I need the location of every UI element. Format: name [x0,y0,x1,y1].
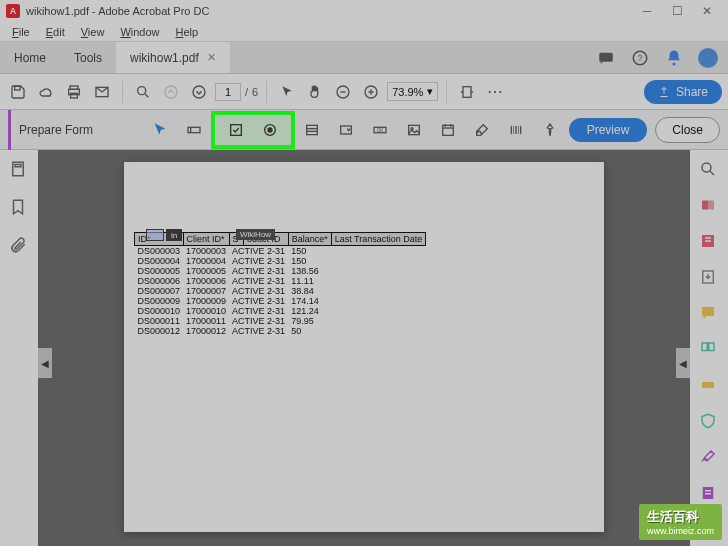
menu-view[interactable]: View [73,24,113,40]
svg-rect-46 [708,201,714,210]
pdf-page: in WikiHow ID*Client ID*Soduct IDBalance… [124,162,604,532]
chat-icon[interactable] [596,48,616,68]
form-field-overlay-label[interactable]: in [166,229,182,241]
list-field-icon[interactable] [299,117,325,143]
table-row: DS00000717000007ACTIVE 2-3138.84 [135,286,426,296]
zoom-out-icon[interactable] [331,80,355,104]
button-field-icon[interactable]: OK [367,117,393,143]
help-icon[interactable]: ? [630,48,650,68]
svg-line-10 [145,94,148,97]
form-field-overlay[interactable] [146,229,164,241]
menu-bar: File Edit View Window Help [0,22,728,42]
dropdown-field-icon[interactable] [333,117,359,143]
scroll-left-icon[interactable]: ◀ [38,348,52,378]
svg-rect-38 [515,126,516,134]
window-title: wikihow1.pdf - Adobe Acrobat Pro DC [26,5,632,17]
pin-icon[interactable] [537,117,563,143]
svg-rect-51 [702,382,714,388]
tab-document[interactable]: wikihow1.pdf ✕ [116,42,230,73]
hand-icon[interactable] [303,80,327,104]
svg-rect-30 [409,125,420,134]
fit-width-icon[interactable] [455,80,479,104]
menu-window[interactable]: Window [112,24,167,40]
menu-edit[interactable]: Edit [38,24,73,40]
tool-create-icon[interactable] [699,196,719,216]
barcode-field-icon[interactable] [503,117,529,143]
scroll-right-icon[interactable]: ◀ [676,348,690,378]
cloud-icon[interactable] [34,80,58,104]
select-tool-icon[interactable] [147,117,173,143]
tool-edit-icon[interactable] [699,232,719,252]
tool-form-icon[interactable] [699,484,719,504]
thumbnails-icon[interactable] [9,160,29,180]
minimize-button[interactable]: ─ [632,0,662,22]
tool-protect-icon[interactable] [699,412,719,432]
menu-help[interactable]: Help [168,24,207,40]
bookmarks-icon[interactable] [9,198,29,218]
svg-rect-50 [709,343,714,351]
menu-file[interactable]: File [4,24,38,40]
workspace: ◀ in WikiHow ID*Client ID*Soduct IDBalan… [0,150,728,546]
table-header: Client ID* [183,233,229,246]
text-field-icon[interactable] [181,117,207,143]
search-icon[interactable] [131,80,155,104]
table-row: DS00000517000005ACTIVE 2-31138.56 [135,266,426,276]
radio-field-icon[interactable] [257,117,283,143]
svg-point-9 [138,86,146,94]
zoom-value: 73.9% [392,86,423,98]
highlighted-tools [211,111,295,149]
close-button[interactable]: Close [655,117,720,143]
tool-redact-icon[interactable] [699,376,719,396]
svg-text:OK: OK [377,128,385,133]
page-up-icon[interactable] [159,80,183,104]
select-icon[interactable] [275,80,299,104]
page-down-icon[interactable] [187,80,211,104]
zoom-select[interactable]: 73.9% ▾ [387,82,438,101]
attachments-icon[interactable] [9,236,29,256]
table-row: DS00000617000006ACTIVE 2-3111.11 [135,276,426,286]
page-number-input[interactable] [215,83,241,101]
avatar[interactable] [698,48,718,68]
tool-organize-icon[interactable] [699,340,719,360]
close-window-button[interactable]: ✕ [692,0,722,22]
table-header: Last Transaction Date [331,233,426,246]
signature-field-icon[interactable] [469,117,495,143]
tab-home[interactable]: Home [0,42,60,73]
svg-rect-54 [705,493,711,495]
svg-rect-21 [231,124,242,135]
share-button[interactable]: Share [644,80,722,104]
svg-rect-53 [705,490,711,492]
table-row: DS00000317000003ACTIVE 2-31150 [135,246,426,257]
checkbox-field-icon[interactable] [223,117,249,143]
tab-document-label: wikihow1.pdf [130,51,199,65]
tool-export-icon[interactable] [699,268,719,288]
email-icon[interactable] [90,80,114,104]
table-row: DS00001217000012ACTIVE 2-3150 [135,326,426,336]
image-field-icon[interactable] [401,117,427,143]
close-tab-icon[interactable]: ✕ [207,51,216,64]
tool-comment-icon[interactable] [699,304,719,324]
tool-search-icon[interactable] [699,160,719,180]
svg-rect-45 [702,201,708,210]
save-icon[interactable] [6,80,30,104]
bell-icon[interactable] [664,48,684,68]
watermark: 生活百科 www.bimeiz.com [639,504,722,540]
tab-tools[interactable]: Tools [60,42,116,73]
svg-text:?: ? [637,53,642,63]
preview-button[interactable]: Preview [569,118,648,142]
share-label: Share [676,85,708,99]
date-field-icon[interactable] [435,117,461,143]
main-toolbar: / 6 73.9% ▾ ⋯ Share [0,74,728,110]
svg-point-3 [673,62,676,65]
more-icon[interactable]: ⋯ [483,80,507,104]
svg-rect-19 [188,127,200,132]
maximize-button[interactable]: ☐ [662,0,692,22]
print-icon[interactable] [62,80,86,104]
table-header: Balance* [288,233,331,246]
document-viewport[interactable]: ◀ in WikiHow ID*Client ID*Soduct IDBalan… [38,150,690,546]
svg-point-12 [193,86,205,98]
zoom-in-icon[interactable] [359,80,383,104]
tool-fill-sign-icon[interactable] [699,448,719,468]
svg-rect-40 [520,126,521,134]
left-navigation-rail [0,150,38,546]
